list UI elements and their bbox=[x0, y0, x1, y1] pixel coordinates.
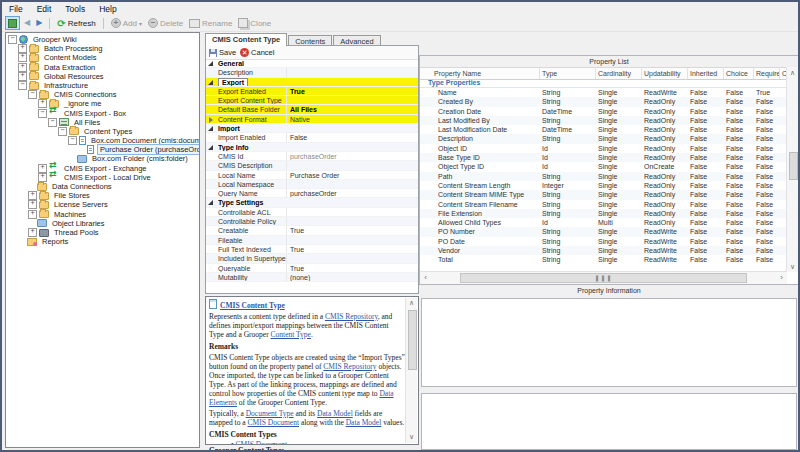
category-expanded-icon[interactable] bbox=[206, 198, 218, 206]
category-expanded-icon[interactable] bbox=[206, 124, 218, 132]
property-list-vscrollbar[interactable]: ∧ ∨ bbox=[786, 67, 798, 272]
grid-row-fileable[interactable]: Fileable bbox=[206, 236, 418, 245]
tree-item-object-libraries[interactable]: Object Libraries bbox=[6, 219, 199, 228]
scroll-up-icon[interactable]: ∧ bbox=[787, 67, 798, 78]
grid-row-local-namespace[interactable]: Local Namespace bbox=[206, 180, 418, 189]
grid-category-import[interactable]: Import bbox=[206, 124, 418, 133]
grid-row-export-content-type[interactable]: Export Content Type bbox=[206, 96, 418, 105]
property-expand-icon[interactable] bbox=[206, 115, 218, 123]
grid-row-full-text-indexed[interactable]: Full Text IndexedTrue bbox=[206, 245, 418, 254]
grid-row-queryable[interactable]: QueryableTrue bbox=[206, 264, 418, 273]
table-row-content-stream-filename[interactable]: Content Stream FilenameStringSingleReadO… bbox=[420, 200, 787, 209]
tree-item-license-servers[interactable]: +License Servers bbox=[6, 200, 199, 209]
property-value[interactable]: Native bbox=[287, 115, 418, 123]
tree-item-purchase-order-purchaseorder[interactable]: Purchase Order (purchaseOrder) bbox=[6, 145, 199, 154]
group-header-type-properties[interactable]: Type Properties bbox=[420, 78, 787, 88]
property-value[interactable]: purchaseOrder bbox=[287, 189, 418, 197]
table-row-po-number[interactable]: PO NumberStringSingleReadWriteFalseFalse… bbox=[420, 227, 787, 236]
scroll-thumb[interactable] bbox=[408, 310, 417, 370]
collapse-icon[interactable]: − bbox=[38, 109, 47, 118]
grid-row-mutability[interactable]: Mutability(none) bbox=[206, 273, 418, 282]
table-row-last-modified-by[interactable]: Last Modified ByStringSingleReadOnlyFals… bbox=[420, 116, 787, 125]
grid-row-creatable[interactable]: CreatableTrue bbox=[206, 226, 418, 235]
tree-item-cmis-export-exchange[interactable]: +CMIS Export - Exchange bbox=[6, 164, 199, 173]
scroll-down-icon[interactable]: ∨ bbox=[787, 261, 798, 272]
tree-item-cmis-export-local-drive[interactable]: +CMIS Export - Local Drive bbox=[6, 173, 199, 182]
tree-item-data-connections[interactable]: Data Connections bbox=[6, 182, 199, 191]
tree-item-thread-pools[interactable]: +Thread Pools bbox=[6, 228, 199, 237]
document-type-link[interactable]: Document Type bbox=[246, 409, 294, 418]
tree-item-cmis-connections[interactable]: −CMIS Connections bbox=[6, 90, 199, 99]
grid-category-type-settings[interactable]: Type Settings bbox=[206, 198, 418, 207]
table-row-created-by[interactable]: Created ByStringSingleReadOnlyFalseFalse… bbox=[420, 97, 787, 106]
scroll-up-icon[interactable]: ∧ bbox=[406, 298, 417, 309]
property-value[interactable]: Purchase Order bbox=[287, 171, 418, 179]
scroll-down-icon[interactable]: ∨ bbox=[406, 432, 417, 443]
property-value[interactable]: purchaseOrder bbox=[287, 152, 418, 160]
scroll-thumb[interactable] bbox=[789, 152, 798, 180]
tree-item-content-types[interactable]: −Content Types bbox=[6, 127, 199, 136]
property-value[interactable]: True bbox=[287, 264, 418, 272]
scroll-right-icon[interactable]: › bbox=[776, 272, 787, 284]
property-value[interactable] bbox=[287, 236, 418, 244]
table-row-content-stream-length[interactable]: Content Stream LengthIntegerSingleReadOn… bbox=[420, 181, 787, 190]
back-arrow-icon[interactable]: ◀ bbox=[22, 18, 32, 28]
table-row-path[interactable]: PathStringSingleReadOnlyFalseFalseFalse bbox=[420, 172, 787, 181]
table-row-file-extension[interactable]: File ExtensionStringSingleReadOnlyFalseF… bbox=[420, 209, 787, 218]
scroll-thumb[interactable]: ❚❚❚ bbox=[460, 273, 747, 283]
property-value[interactable]: All Files bbox=[287, 105, 418, 113]
tree-item-all-files[interactable]: −All Files bbox=[6, 118, 199, 127]
forward-arrow-icon[interactable]: ▶ bbox=[34, 18, 44, 28]
menu-item-help[interactable]: Help bbox=[92, 3, 123, 15]
grid-row-description[interactable]: Description bbox=[206, 68, 418, 77]
refresh-button[interactable]: ⟳ Refresh bbox=[55, 18, 97, 29]
cmis-document-link[interactable]: CMIS Document bbox=[236, 440, 287, 445]
grid-category-export[interactable]: Export bbox=[206, 78, 418, 87]
tab-cmis-content-type[interactable]: CMIS Content Type bbox=[205, 33, 287, 46]
navigation-panel-icon[interactable] bbox=[5, 16, 20, 30]
grid-row-cmis-id[interactable]: CMIS IdpurchaseOrder bbox=[206, 152, 418, 161]
grid-row-cmis-description[interactable]: CMIS Description bbox=[206, 161, 418, 170]
property-value[interactable]: (none) bbox=[287, 273, 418, 281]
grid-row-export-enabled[interactable]: Export EnabledTrue bbox=[206, 87, 418, 96]
collapse-icon[interactable]: − bbox=[8, 35, 17, 44]
property-value[interactable] bbox=[287, 180, 418, 188]
tree-item-box-com-folder-cmis-folder[interactable]: Box.com Folder (cmis:folder) bbox=[6, 154, 199, 163]
grid-row-query-name[interactable]: Query NamepurchaseOrder bbox=[206, 189, 418, 198]
table-row-po-date[interactable]: PO DateStringSingleReadWriteFalseFalseFa… bbox=[420, 237, 787, 246]
collapse-icon[interactable]: − bbox=[68, 136, 77, 145]
cmis-document-link[interactable]: CMIS Document bbox=[248, 418, 299, 427]
grid-row-local-name[interactable]: Local NamePurchase Order bbox=[206, 171, 418, 180]
menu-item-tools[interactable]: Tools bbox=[58, 3, 92, 15]
property-list-hscrollbar[interactable]: ‹ ❚❚❚ › bbox=[420, 271, 787, 284]
property-value[interactable]: True bbox=[287, 226, 418, 234]
table-row-creation-date[interactable]: Creation DateDateTimeSingleReadOnlyFalse… bbox=[420, 107, 787, 116]
grid-row-import-enabled[interactable]: Import EnabledFalse bbox=[206, 133, 418, 142]
table-row-allowed-child-types[interactable]: Allowed Child TypesIdMultiReadOnlyFalseF… bbox=[420, 218, 787, 227]
property-value[interactable] bbox=[287, 254, 418, 262]
grid-row-controllable-acl[interactable]: Controllable ACL bbox=[206, 208, 418, 217]
description-scrollbar[interactable]: ∧ ∨ bbox=[405, 298, 417, 443]
property-value[interactable] bbox=[287, 161, 418, 169]
data-model-link[interactable]: Data Model bbox=[346, 418, 382, 427]
grid-row-included-in-supertype-query[interactable]: Included in Supertype Query bbox=[206, 254, 418, 263]
expand-icon[interactable]: + bbox=[28, 210, 37, 219]
scroll-left-icon[interactable]: ‹ bbox=[420, 272, 431, 284]
rename-button[interactable]: Rename bbox=[187, 18, 234, 29]
content-type-link[interactable]: Content Type bbox=[271, 330, 311, 339]
table-row-description[interactable]: DescriptionStringSingleReadOnlyFalseFals… bbox=[420, 134, 787, 143]
grid-row-content-format[interactable]: Content FormatNative bbox=[206, 115, 418, 124]
tree-item-file-stores[interactable]: +File Stores bbox=[6, 191, 199, 200]
expand-icon[interactable]: + bbox=[38, 173, 47, 182]
table-row-object-id[interactable]: Object IDIdSingleReadOnlyFalseFalseFalse bbox=[420, 144, 787, 153]
menu-item-file[interactable]: File bbox=[2, 3, 30, 15]
tree-item-ignore-me[interactable]: +_ignore me bbox=[6, 99, 199, 108]
category-expanded-icon[interactable] bbox=[206, 59, 218, 67]
tree-item-infrastructure[interactable]: −Infrastructure bbox=[6, 81, 199, 90]
data-model-link[interactable]: Data Model bbox=[317, 409, 353, 418]
collapse-icon[interactable]: − bbox=[28, 90, 37, 99]
table-row-vendor[interactable]: VendorStringSingleReadWriteFalseFalseFal… bbox=[420, 246, 787, 255]
tree-item-reports[interactable]: Reports bbox=[6, 237, 199, 246]
tree-item-cmis-export-box[interactable]: −CMIS Export - Box bbox=[6, 109, 199, 118]
delete-button[interactable]: − Delete bbox=[146, 17, 185, 29]
